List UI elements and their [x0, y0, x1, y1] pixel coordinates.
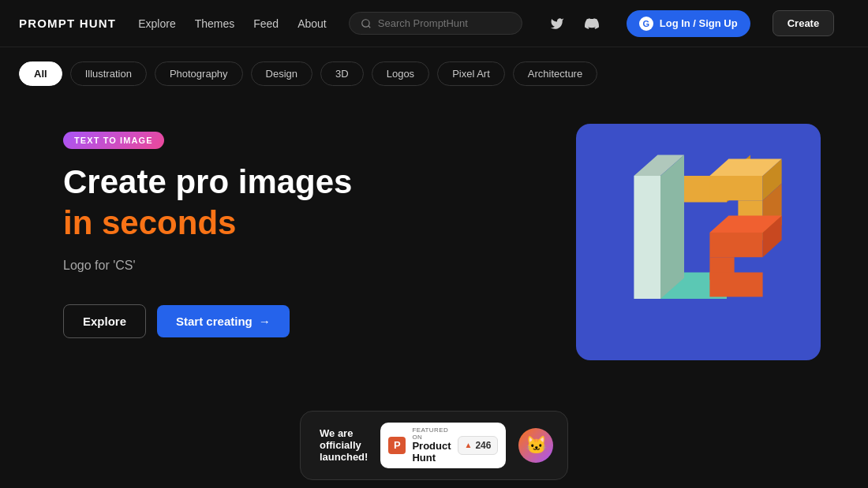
ph-text-block: FEATURED ON Product Hunt	[412, 427, 451, 464]
nav-themes[interactable]: Themes	[195, 17, 235, 30]
hero-content: TEXT TO IMAGE Create pro images in secon…	[63, 124, 544, 338]
nav-explore[interactable]: Explore	[138, 17, 175, 30]
login-button[interactable]: G Log In / Sign Up	[627, 10, 750, 37]
pill-3d[interactable]: 3D	[320, 61, 364, 86]
explore-button[interactable]: Explore	[63, 304, 146, 338]
cat-avatar: 🐱	[518, 428, 553, 463]
create-button[interactable]: Create	[773, 10, 834, 36]
svg-point-0	[362, 19, 369, 26]
ph-vote-count: ▲ 246	[458, 436, 499, 455]
svg-marker-3	[634, 176, 660, 299]
hero-section: TEXT TO IMAGE Create pro images in secon…	[0, 100, 868, 360]
svg-line-1	[368, 25, 370, 28]
nav-feed[interactable]: Feed	[253, 17, 279, 30]
text-to-image-badge: TEXT TO IMAGE	[63, 132, 164, 149]
search-input[interactable]	[378, 17, 511, 29]
ph-featured-label: FEATURED ON	[412, 427, 451, 441]
twitter-icon[interactable]	[544, 11, 570, 36]
social-icons	[544, 11, 604, 36]
product-hunt-banner: We are officially launched! P FEATURED O…	[300, 411, 568, 480]
nav-links: Explore Themes Feed About	[138, 17, 327, 30]
pill-architecture[interactable]: Architecture	[513, 61, 597, 86]
hero-title-accent: in seconds	[63, 204, 544, 242]
pill-logos[interactable]: Logos	[372, 61, 429, 86]
category-pills: All Illustration Photography Design 3D L…	[0, 47, 868, 100]
start-creating-button[interactable]: Start creating →	[157, 305, 290, 337]
ph-icon: P	[388, 437, 406, 454]
ph-product-hunt-name: Product Hunt	[412, 441, 451, 464]
site-logo: PROMPT HUNT	[19, 17, 116, 30]
search-icon	[361, 18, 372, 29]
nav-about[interactable]: About	[297, 17, 327, 30]
arrow-icon: →	[259, 315, 271, 328]
pill-all[interactable]: All	[19, 61, 62, 86]
hero-buttons: Explore Start creating →	[63, 304, 544, 338]
hero-image	[576, 124, 821, 360]
svg-marker-7	[660, 155, 684, 299]
pill-photography[interactable]: Photography	[155, 61, 243, 86]
ph-upvote-arrow: ▲	[465, 441, 473, 449]
navbar: PROMPT HUNT Explore Themes Feed About G …	[0, 0, 868, 47]
hero-subtitle: Logo for 'CS'	[63, 259, 544, 273]
search-bar[interactable]	[349, 12, 522, 35]
hero-title-main: Create pro images	[63, 163, 544, 201]
pill-illustration[interactable]: Illustration	[70, 61, 147, 86]
svg-marker-12	[709, 272, 762, 296]
pill-pixel-art[interactable]: Pixel Art	[437, 61, 505, 86]
official-launch-text: We are officially launched!	[320, 427, 368, 463]
discord-icon[interactable]	[579, 11, 604, 36]
cs-logo-svg	[604, 147, 793, 337]
svg-marker-8	[709, 176, 762, 200]
pill-design[interactable]: Design	[251, 61, 312, 86]
google-icon: G	[639, 17, 653, 31]
svg-marker-10	[709, 233, 762, 257]
product-hunt-badge[interactable]: P FEATURED ON Product Hunt ▲ 246	[380, 423, 506, 468]
